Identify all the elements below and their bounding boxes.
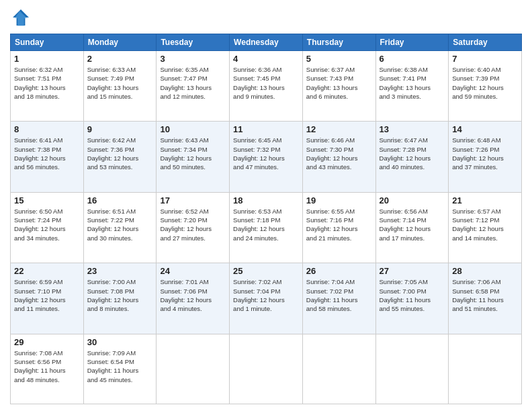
calendar-cell: 22Sunrise: 6:59 AMSunset: 7:10 PMDayligh…: [11, 263, 84, 334]
calendar-cell: 20Sunrise: 6:56 AMSunset: 7:14 PMDayligh…: [375, 192, 449, 263]
calendar-cell: 27Sunrise: 7:05 AMSunset: 7:00 PMDayligh…: [375, 263, 449, 334]
weekday-wednesday: Wednesday: [230, 34, 303, 51]
day-number: 15: [14, 195, 80, 205]
day-info: Sunrise: 6:51 AMSunset: 7:22 PMDaylight:…: [87, 207, 153, 242]
calendar-cell: 16Sunrise: 6:51 AMSunset: 7:22 PMDayligh…: [83, 192, 157, 263]
day-number: 10: [160, 124, 226, 134]
weekday-thursday: Thursday: [302, 34, 375, 51]
calendar-cell: 26Sunrise: 7:04 AMSunset: 7:02 PMDayligh…: [302, 263, 375, 334]
day-number: 7: [452, 54, 518, 64]
calendar-week-1: 1Sunrise: 6:32 AMSunset: 7:51 PMDaylight…: [11, 51, 522, 122]
day-info: Sunrise: 7:01 AMSunset: 7:06 PMDaylight:…: [160, 277, 226, 313]
header: [10, 7, 522, 28]
day-info: Sunrise: 6:47 AMSunset: 7:28 PMDaylight:…: [380, 136, 445, 171]
day-info: Sunrise: 6:36 AMSunset: 7:45 PMDaylight:…: [233, 65, 299, 101]
day-number: 20: [380, 195, 445, 205]
day-info: Sunrise: 7:08 AMSunset: 6:56 PMDaylight:…: [14, 349, 80, 384]
calendar-cell: 10Sunrise: 6:43 AMSunset: 7:34 PMDayligh…: [157, 122, 230, 192]
calendar-cell: 12Sunrise: 6:46 AMSunset: 7:30 PMDayligh…: [302, 122, 375, 192]
calendar-cell: 5Sunrise: 6:37 AMSunset: 7:43 PMDaylight…: [302, 51, 375, 122]
day-number: 12: [306, 124, 372, 134]
day-number: 19: [306, 195, 372, 205]
day-info: Sunrise: 6:56 AMSunset: 7:14 PMDaylight:…: [380, 207, 445, 242]
day-number: 22: [14, 266, 80, 276]
day-info: Sunrise: 7:09 AMSunset: 6:54 PMDaylight:…: [87, 349, 153, 384]
weekday-tuesday: Tuesday: [157, 34, 230, 51]
day-info: Sunrise: 6:33 AMSunset: 7:49 PMDaylight:…: [87, 65, 153, 101]
day-number: 17: [160, 195, 226, 205]
calendar-cell: 30Sunrise: 7:09 AMSunset: 6:54 PMDayligh…: [83, 334, 157, 404]
calendar-cell: 1Sunrise: 6:32 AMSunset: 7:51 PMDaylight…: [11, 51, 84, 122]
day-info: Sunrise: 6:46 AMSunset: 7:30 PMDaylight:…: [306, 136, 372, 171]
calendar-cell: [449, 334, 522, 404]
day-number: 23: [87, 266, 153, 276]
calendar-cell: 17Sunrise: 6:52 AMSunset: 7:20 PMDayligh…: [157, 192, 230, 263]
calendar-body: 1Sunrise: 6:32 AMSunset: 7:51 PMDaylight…: [11, 51, 522, 404]
day-info: Sunrise: 6:57 AMSunset: 7:12 PMDaylight:…: [452, 207, 518, 242]
weekday-monday: Monday: [83, 34, 157, 51]
calendar-week-5: 29Sunrise: 7:08 AMSunset: 6:56 PMDayligh…: [11, 334, 522, 404]
day-number: 6: [380, 54, 445, 64]
day-number: 11: [233, 124, 299, 134]
calendar-cell: 4Sunrise: 6:36 AMSunset: 7:45 PMDaylight…: [230, 51, 303, 122]
day-info: Sunrise: 6:40 AMSunset: 7:39 PMDaylight:…: [452, 65, 518, 101]
calendar-cell: 23Sunrise: 7:00 AMSunset: 7:08 PMDayligh…: [83, 263, 157, 334]
calendar-week-4: 22Sunrise: 6:59 AMSunset: 7:10 PMDayligh…: [11, 263, 522, 334]
day-info: Sunrise: 6:32 AMSunset: 7:51 PMDaylight:…: [14, 65, 80, 101]
day-number: 13: [380, 124, 445, 134]
calendar-cell: 9Sunrise: 6:42 AMSunset: 7:36 PMDaylight…: [83, 122, 157, 192]
day-number: 9: [87, 124, 153, 134]
day-info: Sunrise: 6:42 AMSunset: 7:36 PMDaylight:…: [87, 136, 153, 171]
day-number: 14: [452, 124, 518, 134]
day-number: 24: [160, 266, 226, 276]
day-info: Sunrise: 6:35 AMSunset: 7:47 PMDaylight:…: [160, 65, 226, 101]
calendar-header: SundayMondayTuesdayWednesdayThursdayFrid…: [11, 34, 522, 51]
day-info: Sunrise: 7:06 AMSunset: 6:58 PMDaylight:…: [452, 277, 518, 313]
day-info: Sunrise: 6:52 AMSunset: 7:20 PMDaylight:…: [160, 207, 226, 242]
day-number: 3: [160, 54, 226, 64]
calendar-cell: [302, 334, 375, 404]
calendar-cell: [157, 334, 230, 404]
calendar-cell: 2Sunrise: 6:33 AMSunset: 7:49 PMDaylight…: [83, 51, 157, 122]
day-info: Sunrise: 6:38 AMSunset: 7:41 PMDaylight:…: [380, 65, 445, 101]
logo-icon: [10, 7, 32, 28]
calendar-week-3: 15Sunrise: 6:50 AMSunset: 7:24 PMDayligh…: [11, 192, 522, 263]
day-info: Sunrise: 6:55 AMSunset: 7:16 PMDaylight:…: [306, 207, 372, 242]
day-number: 27: [380, 266, 445, 276]
calendar-cell: 7Sunrise: 6:40 AMSunset: 7:39 PMDaylight…: [449, 51, 522, 122]
day-number: 21: [452, 195, 518, 205]
day-number: 30: [87, 337, 153, 347]
day-info: Sunrise: 6:41 AMSunset: 7:38 PMDaylight:…: [14, 136, 80, 171]
day-info: Sunrise: 6:53 AMSunset: 7:18 PMDaylight:…: [233, 207, 299, 242]
day-number: 5: [306, 54, 372, 64]
calendar-cell: 11Sunrise: 6:45 AMSunset: 7:32 PMDayligh…: [230, 122, 303, 192]
day-number: 4: [233, 54, 299, 64]
day-number: 25: [233, 266, 299, 276]
page: SundayMondayTuesdayWednesdayThursdayFrid…: [0, 0, 532, 411]
weekday-sunday: Sunday: [11, 34, 84, 51]
calendar-week-2: 8Sunrise: 6:41 AMSunset: 7:38 PMDaylight…: [11, 122, 522, 192]
calendar-cell: 14Sunrise: 6:48 AMSunset: 7:26 PMDayligh…: [449, 122, 522, 192]
weekday-friday: Friday: [375, 34, 449, 51]
day-number: 8: [14, 124, 80, 134]
logo: [10, 7, 34, 28]
calendar-cell: 24Sunrise: 7:01 AMSunset: 7:06 PMDayligh…: [157, 263, 230, 334]
day-number: 26: [306, 266, 372, 276]
calendar-cell: 15Sunrise: 6:50 AMSunset: 7:24 PMDayligh…: [11, 192, 84, 263]
weekday-saturday: Saturday: [449, 34, 522, 51]
calendar-cell: [375, 334, 449, 404]
calendar-cell: 21Sunrise: 6:57 AMSunset: 7:12 PMDayligh…: [449, 192, 522, 263]
calendar-cell: 8Sunrise: 6:41 AMSunset: 7:38 PMDaylight…: [11, 122, 84, 192]
calendar-cell: 29Sunrise: 7:08 AMSunset: 6:56 PMDayligh…: [11, 334, 84, 404]
calendar-cell: 13Sunrise: 6:47 AMSunset: 7:28 PMDayligh…: [375, 122, 449, 192]
day-number: 2: [87, 54, 153, 64]
day-info: Sunrise: 7:05 AMSunset: 7:00 PMDaylight:…: [380, 277, 445, 313]
day-number: 18: [233, 195, 299, 205]
calendar: SundayMondayTuesdayWednesdayThursdayFrid…: [10, 34, 522, 404]
calendar-cell: 3Sunrise: 6:35 AMSunset: 7:47 PMDaylight…: [157, 51, 230, 122]
day-info: Sunrise: 6:45 AMSunset: 7:32 PMDaylight:…: [233, 136, 299, 171]
day-info: Sunrise: 7:02 AMSunset: 7:04 PMDaylight:…: [233, 277, 299, 313]
day-number: 16: [87, 195, 153, 205]
day-info: Sunrise: 6:50 AMSunset: 7:24 PMDaylight:…: [14, 207, 80, 242]
day-number: 28: [452, 266, 518, 276]
